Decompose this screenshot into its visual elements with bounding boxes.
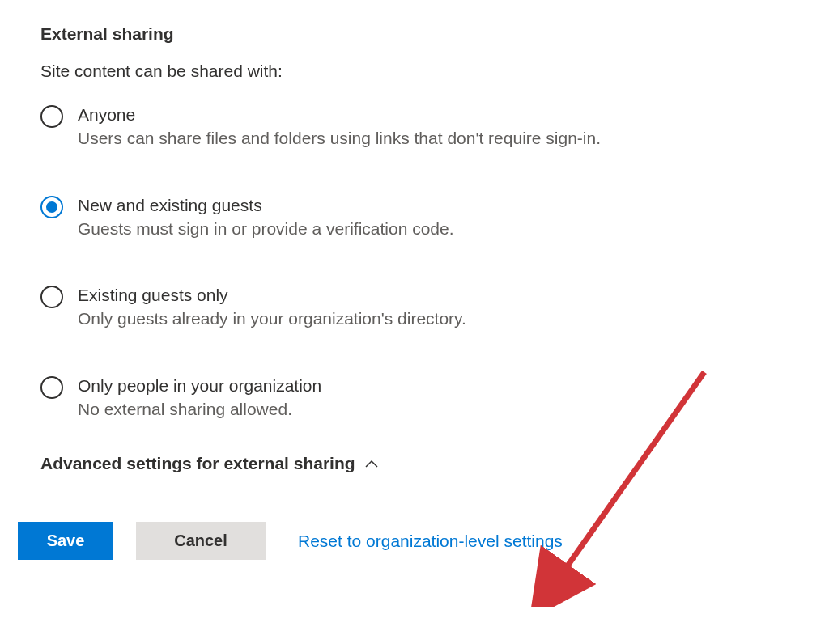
chevron-up-icon [365,460,378,468]
radio-description: No external sharing allowed. [78,398,321,420]
radio-label: Existing guests only [78,284,466,306]
radio-label: Only people in your organization [78,375,321,396]
radio-option-anyone[interactable]: Anyone Users can share files and folders… [40,104,789,150]
sharing-options-group: Anyone Users can share files and folders… [40,104,789,420]
radio-icon [40,105,63,128]
radio-option-new-existing-guests[interactable]: New and existing guests Guests must sign… [40,194,789,240]
advanced-settings-expander[interactable]: Advanced settings for external sharing [40,454,789,473]
radio-description: Only guests already in your organization… [78,307,466,329]
section-title: External sharing [40,24,789,44]
section-subtitle: Site content can be shared with: [40,61,789,81]
radio-option-existing-guests[interactable]: Existing guests only Only guests already… [40,284,789,330]
cancel-button[interactable]: Cancel [136,522,266,560]
radio-description: Users can share files and folders using … [78,127,601,149]
radio-icon [40,286,63,308]
footer-actions: Save Cancel Reset to organization-level … [18,522,789,560]
save-button[interactable]: Save [18,522,113,560]
radio-dot-icon [46,201,57,213]
expander-label: Advanced settings for external sharing [40,454,355,473]
reset-link[interactable]: Reset to organization-level settings [298,532,563,551]
radio-icon [40,196,63,218]
radio-description: Guests must sign in or provide a verific… [78,218,454,239]
radio-label: Anyone [78,104,601,125]
radio-label: New and existing guests [78,194,454,216]
external-sharing-panel: External sharing Site content can be sha… [40,24,789,560]
radio-option-org-only[interactable]: Only people in your organization No exte… [40,375,789,421]
radio-icon [40,376,63,399]
